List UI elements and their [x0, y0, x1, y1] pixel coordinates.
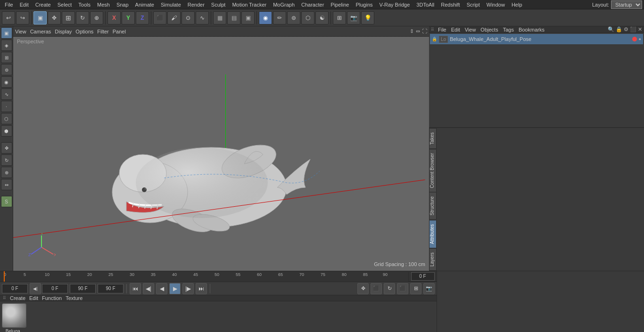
key-all-btn[interactable]: ⬛: [371, 283, 382, 294]
obj-menu-view[interactable]: View: [463, 27, 478, 32]
left-rotate-tool[interactable]: ↻: [1, 154, 12, 166]
selection-tool[interactable]: ▣: [33, 11, 47, 24]
cube-tool[interactable]: ⬛: [153, 11, 166, 24]
left-poly-tool[interactable]: ⬢: [1, 125, 12, 137]
timeline-cursor[interactable]: [4, 271, 5, 282]
obj-menu-tags[interactable]: Tags: [501, 27, 516, 32]
side-tab-layers[interactable]: Layers: [429, 248, 437, 271]
menu-redshift[interactable]: Redshift: [438, 0, 462, 9]
left-s-tool[interactable]: S: [1, 196, 12, 207]
left-model-tool[interactable]: ▣: [1, 27, 12, 39]
left-spline-tool[interactable]: ∿: [1, 89, 12, 100]
menu-help[interactable]: Help: [509, 0, 525, 9]
start-frame-input2[interactable]: [42, 284, 68, 293]
auto-key-btn[interactable]: ↻: [384, 283, 395, 294]
menu-render[interactable]: Render: [185, 0, 207, 9]
menu-edit[interactable]: Edit: [17, 0, 32, 9]
undo-button[interactable]: ↩: [2, 11, 15, 24]
poly-tool[interactable]: ⬡: [301, 11, 314, 24]
left-mirror-tool[interactable]: ⇔: [1, 179, 12, 190]
left-uv-tool[interactable]: ⊞: [1, 52, 12, 63]
menu-motion-tracker[interactable]: Motion Tracker: [229, 0, 269, 9]
left-pt-tool[interactable]: ·: [1, 101, 12, 112]
menu-character[interactable]: Character: [298, 0, 327, 9]
menu-file[interactable]: File: [2, 0, 16, 9]
redo-button[interactable]: ↪: [16, 11, 29, 24]
rotate-tool[interactable]: ↻: [76, 11, 89, 24]
x-axis-btn[interactable]: X: [107, 11, 121, 24]
play-back-btn[interactable]: ◀: [156, 283, 167, 294]
menu-script[interactable]: Script: [464, 0, 483, 9]
material-item[interactable]: Beluga_: [2, 303, 26, 332]
camera-btn[interactable]: 📷: [347, 11, 360, 24]
checkerboard[interactable]: ⊞: [333, 11, 346, 24]
render-film-btn[interactable]: 📷: [423, 283, 435, 294]
obj-close-icon[interactable]: ✕: [638, 26, 642, 32]
vp-icon-arrows[interactable]: ⇕: [410, 28, 414, 34]
object-row-beluga[interactable]: 🔒 Lo Beluga_Whale_Adult_Playful_Pose ●: [430, 34, 643, 44]
obj-visibility-icon[interactable]: ●: [639, 37, 641, 41]
step-back-btn[interactable]: ◀|: [143, 283, 154, 294]
lasso-tool[interactable]: ⊚: [287, 11, 300, 24]
menu-mograph[interactable]: MoGraph: [270, 0, 297, 9]
obj-menu-bookmarks[interactable]: Bookmarks: [517, 27, 546, 32]
mat-menu-texture[interactable]: Texture: [66, 295, 83, 301]
vp-icon-move[interactable]: ⇔: [416, 28, 420, 34]
sync-btn[interactable]: ✥: [357, 283, 369, 294]
y-axis-btn[interactable]: Y: [122, 11, 135, 24]
side-tab-takes[interactable]: Takes: [429, 128, 437, 149]
light-btn[interactable]: 💡: [361, 11, 374, 24]
menu-pipeline[interactable]: Pipeline: [328, 0, 352, 9]
mat-menu-edit[interactable]: Edit: [29, 295, 38, 301]
play-btn[interactable]: ▶: [169, 283, 181, 294]
obj-settings-icon[interactable]: ⚙: [624, 26, 628, 32]
prev-frame-btn[interactable]: ◀|: [30, 283, 41, 294]
menu-vray[interactable]: V-Ray Bridge: [377, 0, 413, 9]
menu-animate[interactable]: Animate: [132, 0, 157, 9]
vp-menu-options[interactable]: Options: [75, 29, 93, 34]
transform-tool[interactable]: ⊕: [90, 11, 103, 24]
obj-menu-edit[interactable]: Edit: [449, 27, 462, 32]
loop-sel[interactable]: ⊙: [182, 11, 195, 24]
left-sculpt-tool[interactable]: ◈: [1, 40, 12, 51]
menu-simulate[interactable]: Simulate: [158, 0, 184, 9]
obj-menu-file[interactable]: File: [436, 27, 448, 32]
step-fwd-btn[interactable]: |▶: [182, 283, 194, 294]
start-frame-input[interactable]: [2, 284, 28, 293]
preview-end-input[interactable]: [98, 284, 124, 293]
vp-menu-view[interactable]: View: [15, 29, 26, 34]
menu-snap[interactable]: Snap: [114, 0, 132, 9]
side-tab-structure[interactable]: Structure: [429, 192, 437, 220]
menu-select[interactable]: Select: [55, 0, 75, 9]
obj-search-icon[interactable]: 🔍: [608, 26, 614, 32]
end-frame-input[interactable]: [70, 284, 96, 293]
menu-3dtoall[interactable]: 3DToAll: [413, 0, 437, 9]
pen-tool[interactable]: ✏: [273, 11, 286, 24]
magnet-tool[interactable]: ☯: [315, 11, 329, 24]
vp-menu-panel[interactable]: Panel: [113, 29, 126, 34]
menu-tools[interactable]: Tools: [75, 0, 93, 9]
mat-menu-create[interactable]: Create: [10, 295, 25, 301]
viewport-3d[interactable]: Perspective: [13, 37, 429, 271]
menu-window[interactable]: Window: [484, 0, 508, 9]
vp-menu-cameras[interactable]: Cameras: [30, 29, 51, 34]
vp-menu-filter[interactable]: Filter: [97, 29, 108, 34]
render-all[interactable]: ▣: [241, 11, 255, 24]
menu-mesh[interactable]: Mesh: [94, 0, 113, 9]
current-frame-input[interactable]: [411, 272, 435, 281]
move-tool[interactable]: ✥: [48, 11, 61, 24]
jump-start-btn[interactable]: ⏮: [130, 283, 141, 294]
side-tab-attributes[interactable]: Attributes: [429, 220, 437, 248]
menu-sculpt[interactable]: Sculpt: [208, 0, 229, 9]
left-move-tool[interactable]: ✥: [1, 142, 12, 154]
vp-icon-fullscreen[interactable]: ⛶: [422, 28, 427, 34]
vp-menu-display[interactable]: Display: [55, 29, 72, 34]
layout-dropdown[interactable]: Startup: [611, 0, 642, 9]
jump-end-btn[interactable]: ⏭: [196, 283, 207, 294]
new-sphere[interactable]: ◉: [259, 11, 272, 24]
obj-menu-objects[interactable]: Objects: [479, 27, 500, 32]
record-btn[interactable]: ⬛: [397, 283, 408, 294]
left-scale-tool[interactable]: ⊕: [1, 167, 12, 178]
menu-plugins[interactable]: Plugins: [353, 0, 375, 9]
z-axis-btn[interactable]: Z: [136, 11, 149, 24]
